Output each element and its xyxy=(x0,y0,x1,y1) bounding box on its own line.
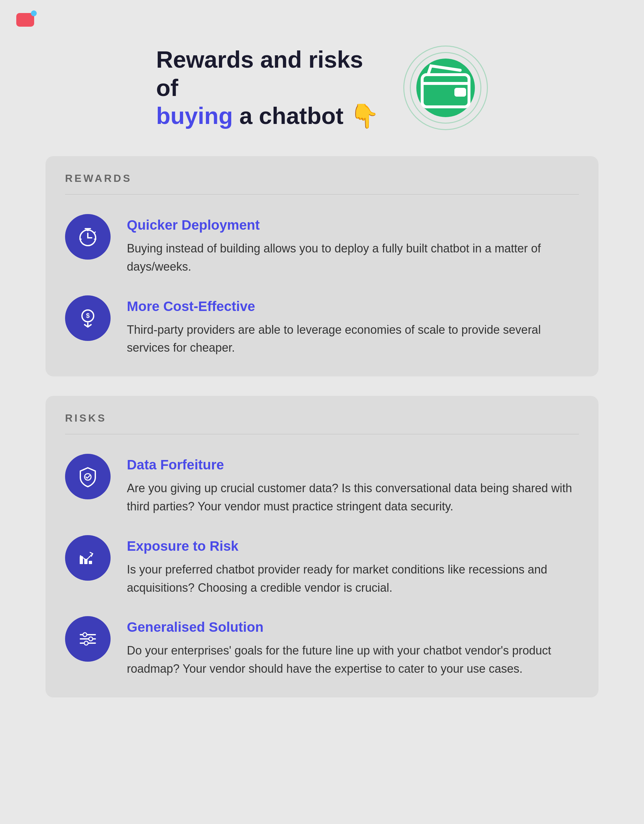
cost-effective-content: More Cost-Effective Third-party provider… xyxy=(127,295,579,357)
dollar-down-icon: $ xyxy=(77,307,99,329)
wallet-svg-icon xyxy=(417,58,475,117)
svg-rect-8 xyxy=(89,561,92,564)
exposure-risk-content: Exposure to Risk Is your preferred chatb… xyxy=(127,535,579,597)
wallet-circle xyxy=(417,58,475,117)
svg-point-14 xyxy=(84,641,88,645)
risks-divider xyxy=(65,434,579,434)
cost-effective-icon-circle: $ xyxy=(65,295,111,341)
data-forfeiture-content: Data Forfeiture Are you giving up crucia… xyxy=(127,454,579,516)
svg-text:$: $ xyxy=(86,312,89,319)
rewards-section-card: REWARDS Quicker Deployment Buying instea… xyxy=(46,156,598,377)
generalised-solution-title: Generalised Solution xyxy=(127,620,579,635)
cost-effective-desc: Third-party providers are able to levera… xyxy=(127,321,579,357)
list-item: Generalised Solution Do your enterprises… xyxy=(65,616,579,678)
svg-rect-1 xyxy=(454,88,466,97)
wallet-icon-container xyxy=(403,46,488,130)
data-forfeiture-desc: Are you giving up crucial customer data?… xyxy=(127,479,579,516)
exposure-risk-title: Exposure to Risk xyxy=(127,538,579,554)
list-item: $ More Cost-Effective Third-party provid… xyxy=(65,295,579,357)
list-item: Exposure to Risk Is your preferred chatb… xyxy=(65,535,579,597)
logo xyxy=(16,13,39,31)
title-highlight: buying xyxy=(156,103,233,129)
title-line1: Rewards and risks of xyxy=(156,46,363,100)
generalised-solution-content: Generalised Solution Do your enterprises… xyxy=(127,616,579,678)
rewards-divider xyxy=(65,194,579,195)
exposure-risk-desc: Is your preferred chatbot provider ready… xyxy=(127,561,579,597)
sliders-icon xyxy=(77,627,99,650)
data-forfeiture-icon-circle xyxy=(65,454,111,500)
quicker-deployment-title: Quicker Deployment xyxy=(127,217,579,233)
list-item: Quicker Deployment Buying instead of bui… xyxy=(65,214,579,276)
risks-label: RISKS xyxy=(65,412,579,424)
svg-point-13 xyxy=(89,637,93,641)
list-item: Data Forfeiture Are you giving up crucia… xyxy=(65,454,579,516)
page-title: Rewards and risks of buying a chatbot 👇 xyxy=(156,46,384,130)
cost-effective-title: More Cost-Effective xyxy=(127,299,579,314)
exposure-risk-icon-circle xyxy=(65,535,111,581)
generalised-solution-desc: Do your enterprises' goals for the futur… xyxy=(127,641,579,678)
generalised-solution-icon-circle xyxy=(65,616,111,662)
risks-section-card: RISKS Data Forfeiture Are you giving up … xyxy=(46,396,598,698)
header-section: Rewards and risks of buying a chatbot 👇 xyxy=(26,46,618,130)
title-rest: a chatbot 👇 xyxy=(233,103,379,129)
quicker-deployment-desc: Buying instead of building allows you to… xyxy=(127,240,579,276)
rewards-label: REWARDS xyxy=(65,172,579,184)
quicker-deployment-icon-circle xyxy=(65,214,111,260)
data-forfeiture-title: Data Forfeiture xyxy=(127,457,579,473)
chart-down-icon xyxy=(77,547,99,569)
shield-check-icon xyxy=(77,465,99,488)
quicker-deployment-content: Quicker Deployment Buying instead of bui… xyxy=(127,214,579,276)
svg-point-12 xyxy=(83,633,87,636)
timer-icon xyxy=(77,226,99,248)
